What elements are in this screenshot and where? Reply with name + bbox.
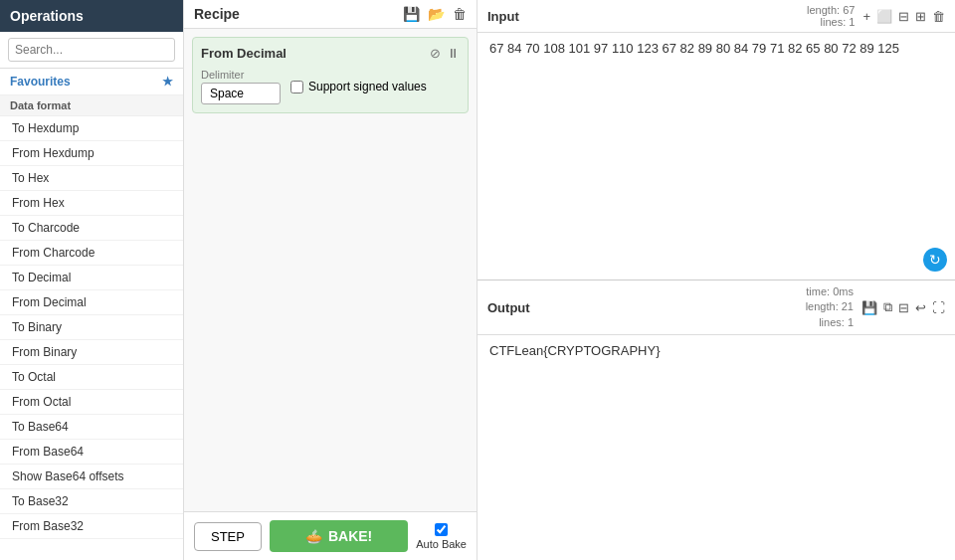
recipe-item-from-decimal: From Decimal ⊘ ⏸ Delimiter Space — [192, 37, 469, 113]
disable-icon[interactable]: ⊘ — [430, 46, 441, 61]
auto-bake-checkbox[interactable] — [435, 523, 448, 536]
refresh-icon[interactable]: ↻ — [923, 248, 947, 272]
input-panel: Input length: 67 lines: 1 + ⬜ ⊟ — [478, 0, 955, 280]
recipe-header: Recipe 💾 📂 🗑 — [184, 0, 477, 29]
bake-button[interactable]: 🥧 BAKE! — [270, 520, 408, 552]
sidebar-item-to-base32[interactable]: To Base32 — [0, 489, 183, 514]
recipe-item-header: From Decimal ⊘ ⏸ — [201, 46, 460, 61]
sidebar-title: Operations — [10, 8, 84, 24]
sidebar-item-from-charcode[interactable]: From Charcode — [0, 241, 183, 266]
support-signed-row: Support signed values — [290, 80, 427, 93]
recipe-item-title: From Decimal — [201, 46, 286, 61]
sidebar-item-from-hexdump[interactable]: From Hexdump — [0, 141, 183, 166]
recipe-item-controls: ⊘ ⏸ — [430, 46, 460, 61]
delete-recipe-icon[interactable]: 🗑 — [453, 6, 467, 22]
input-length-label: length: — [807, 4, 840, 16]
sidebar-item-from-base32[interactable]: From Base32 — [0, 514, 183, 539]
sidebar-favourites-section[interactable]: Favourites ★ — [0, 69, 183, 95]
delimiter-field: Delimiter Space — [201, 69, 281, 104]
bake-icon: 🥧 — [305, 528, 322, 544]
output-time-value: 0ms — [833, 285, 854, 297]
sidebar-item-to-hex[interactable]: To Hex — [0, 166, 183, 191]
recipe-header-icons: 💾 📂 🗑 — [403, 6, 467, 22]
sidebar-item-to-octal[interactable]: To Octal — [0, 365, 183, 390]
star-icon: ★ — [162, 75, 173, 89]
open-recipe-icon[interactable]: 📂 — [428, 6, 445, 22]
fullscreen-output-icon[interactable]: ⛶ — [932, 300, 945, 315]
output-length-value: 21 — [842, 300, 854, 312]
trash-input-icon[interactable]: 🗑 — [932, 9, 945, 24]
add-input-icon[interactable]: + — [862, 9, 870, 24]
sidebar-item-from-base64[interactable]: From Base64 — [0, 440, 183, 465]
sidebar-search-container — [0, 32, 183, 69]
sidebar-header: Operations — [0, 0, 183, 32]
auto-bake-container: Auto Bake — [416, 523, 467, 550]
output-header-icons: 💾 ⧉ ⊟ ↩ ⛶ — [861, 299, 945, 315]
content-wrapper: Recipe 💾 📂 🗑 From Decimal ⊘ ⏸ — [184, 0, 955, 560]
data-format-header: Data format — [0, 95, 183, 116]
undo-output-icon[interactable]: ↩ — [915, 300, 926, 315]
recipe-footer: STEP 🥧 BAKE! Auto Bake — [184, 511, 477, 560]
input-body[interactable]: 67 84 70 108 101 97 110 123 67 82 89 80 … — [478, 33, 955, 280]
recipe-title: Recipe — [194, 6, 240, 22]
support-signed-checkbox[interactable] — [290, 81, 303, 93]
auto-bake-label: Auto Bake — [416, 538, 467, 550]
sidebar-item-to-base64[interactable]: To Base64 — [0, 415, 183, 440]
save-recipe-icon[interactable]: 💾 — [403, 6, 420, 22]
delimiter-value[interactable]: Space — [201, 83, 281, 104]
output-body: CTFLean{CRYPTOGRAPHY} — [478, 335, 955, 560]
recipe-body: From Decimal ⊘ ⏸ Delimiter Space — [184, 29, 477, 511]
input-content: 67 84 70 108 101 97 110 123 67 82 89 80 … — [489, 41, 899, 56]
recipe-panel: Recipe 💾 📂 🗑 From Decimal ⊘ ⏸ — [184, 0, 478, 560]
grid-input-icon[interactable]: ⊞ — [915, 9, 926, 24]
pause-icon[interactable]: ⏸ — [447, 46, 460, 61]
split-output-icon[interactable]: ⊟ — [898, 300, 909, 315]
output-panel: Output time: 0ms length: 21 lines: 1 — [478, 280, 955, 560]
recipe-item-row: Delimiter Space Support signed values — [201, 69, 460, 104]
input-lines-value: 1 — [849, 16, 855, 28]
save-output-icon[interactable]: 💾 — [861, 300, 877, 315]
sidebar-item-to-decimal[interactable]: To Decimal — [0, 266, 183, 290]
sidebar-item-from-binary[interactable]: From Binary — [0, 340, 183, 365]
sidebar-item-to-hexdump[interactable]: To Hexdump — [0, 116, 183, 141]
input-panel-header: Input length: 67 lines: 1 + ⬜ ⊟ — [478, 0, 955, 33]
output-length-label: length: — [806, 300, 839, 312]
input-lines-label: lines: — [821, 16, 847, 28]
bake-label: BAKE! — [328, 528, 372, 544]
step-button[interactable]: STEP — [194, 522, 262, 551]
input-meta: length: 67 lines: 1 — [807, 4, 855, 28]
output-title: Output — [487, 300, 530, 315]
input-length-value: 67 — [843, 4, 855, 16]
copy-output-icon[interactable]: ⧉ — [883, 299, 892, 315]
output-panel-header: Output time: 0ms length: 21 lines: 1 — [478, 280, 955, 335]
sidebar-item-from-hex[interactable]: From Hex — [0, 191, 183, 216]
sidebar-item-to-charcode[interactable]: To Charcode — [0, 216, 183, 241]
sidebar-item-from-octal[interactable]: From Octal — [0, 390, 183, 415]
search-input[interactable] — [8, 38, 175, 62]
sidebar-item-show-base64-offsets[interactable]: Show Base64 offsets — [0, 465, 183, 489]
split-input-icon[interactable]: ⊟ — [898, 9, 909, 24]
output-lines-label: lines: — [819, 316, 845, 328]
output-meta: time: 0ms length: 21 lines: 1 — [806, 284, 854, 330]
output-content: CTFLean{CRYPTOGRAPHY} — [489, 343, 660, 358]
input-title: Input — [487, 9, 519, 24]
support-signed-label: Support signed values — [308, 80, 427, 93]
favourites-label: Favourites — [10, 75, 71, 89]
delimiter-label: Delimiter — [201, 69, 281, 81]
output-lines-value: 1 — [848, 316, 854, 328]
sidebar-item-to-binary[interactable]: To Binary — [0, 315, 183, 340]
sidebar: Operations Favourites ★ Data format To H… — [0, 0, 184, 560]
sidebar-item-from-decimal[interactable]: From Decimal — [0, 290, 183, 315]
new-tab-icon[interactable]: ⬜ — [876, 9, 892, 24]
sidebar-item-list: To Hexdump From Hexdump To Hex From Hex … — [0, 116, 183, 560]
input-header-icons: + ⬜ ⊟ ⊞ 🗑 — [862, 9, 945, 24]
output-time-label: time: — [806, 285, 830, 297]
io-area: Input length: 67 lines: 1 + ⬜ ⊟ — [478, 0, 955, 560]
